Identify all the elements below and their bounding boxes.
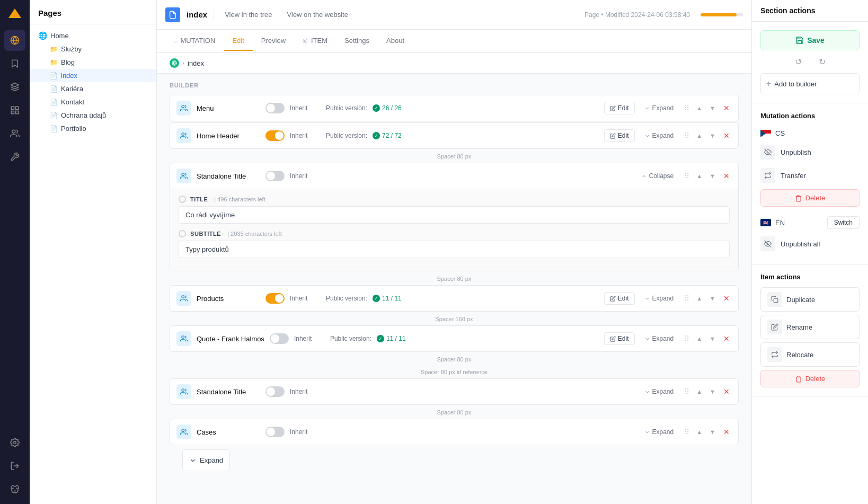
view-website-link[interactable]: View on the website	[283, 8, 352, 21]
nav-settings[interactable]	[4, 432, 25, 453]
menu-toggle[interactable]	[265, 103, 285, 113]
standalone-title-1-collapse-button[interactable]: Collapse	[636, 170, 679, 182]
products-up-button[interactable]: ▲	[695, 295, 704, 302]
tab-preview[interactable]: Preview	[253, 31, 294, 51]
duplicate-button[interactable]: Duplicate	[760, 287, 860, 312]
transfer-action[interactable]: Transfer	[760, 164, 860, 187]
redo-button[interactable]: ↻	[814, 55, 830, 69]
nav-users[interactable]	[4, 123, 25, 144]
tab-item[interactable]: ◎ ITEM	[294, 31, 336, 51]
home-header-down-button[interactable]: ▼	[708, 132, 717, 139]
home-header-toggle[interactable]	[265, 130, 285, 141]
home-header-expand-button[interactable]: Expand	[639, 130, 679, 142]
unpublish-icon	[760, 145, 775, 160]
tree-item-blog[interactable]: 📁 Blog	[30, 56, 156, 69]
standalone-title-2-down-button[interactable]: ▼	[708, 388, 717, 395]
tab-edit[interactable]: Edit	[224, 31, 252, 51]
menu-edit-button[interactable]: Edit	[604, 102, 635, 114]
standalone-title-1-expanded: TITLE | 496 characters left SUBTITLE | 2…	[170, 189, 738, 271]
standalone-title-2-expand-button[interactable]: Expand	[639, 386, 679, 397]
home-header-drag-handle[interactable]: ⠿	[683, 130, 690, 141]
tab-settings[interactable]: Settings	[336, 31, 378, 51]
tree-item-sluzby[interactable]: 📁 Služby	[30, 42, 156, 56]
en-lang-code: EN	[775, 219, 823, 227]
products-toggle[interactable]	[265, 293, 285, 304]
standalone-title-2-drag-handle[interactable]: ⠿	[683, 386, 690, 397]
products-delete-button[interactable]: ✕	[721, 293, 732, 304]
title-input[interactable]	[179, 206, 730, 224]
switch-button[interactable]: Switch	[827, 216, 860, 229]
nav-logout[interactable]	[4, 455, 25, 476]
quote-drag-handle[interactable]: ⠿	[683, 333, 690, 344]
home-header-up-button[interactable]: ▲	[695, 132, 704, 139]
standalone-title-2-delete-button[interactable]: ✕	[721, 386, 732, 397]
undo-button[interactable]: ↺	[791, 55, 806, 69]
tab-about[interactable]: About	[378, 31, 413, 51]
menu-delete-button[interactable]: ✕	[721, 103, 732, 113]
standalone-title-1-delete-button[interactable]: ✕	[721, 171, 732, 181]
standalone-title-1-up-button[interactable]: ▲	[695, 173, 704, 180]
app-logo[interactable]	[5, 4, 24, 23]
add-to-builder-button[interactable]: + Add to builder	[760, 73, 860, 94]
quote-toggle[interactable]	[270, 333, 289, 344]
nav-tools[interactable]	[4, 146, 25, 167]
tree-item-kariera-label: Kariéra	[61, 85, 148, 93]
quote-down-button[interactable]: ▼	[708, 335, 717, 342]
menu-drag-handle[interactable]: ⠿	[683, 103, 690, 113]
quote-edit-button[interactable]: Edit	[604, 332, 635, 345]
tree-item-kontakt[interactable]: 📄 Kontakt	[30, 95, 156, 109]
nav-layers[interactable]	[4, 76, 25, 98]
tree-item-ochrana[interactable]: 📄 Ochrana údajů	[30, 109, 156, 122]
section-icon-quote	[176, 331, 191, 346]
cases-up-button[interactable]: ▲	[695, 429, 704, 436]
rename-button[interactable]: Rename	[760, 315, 860, 339]
title-radio[interactable]	[179, 196, 186, 203]
cases-expand-button[interactable]: Expand	[639, 426, 679, 438]
menu-up-button[interactable]: ▲	[695, 105, 704, 112]
quote-up-button[interactable]: ▲	[695, 335, 704, 342]
subtitle-radio[interactable]	[179, 230, 186, 237]
expand-all-button[interactable]: Expand	[182, 449, 230, 471]
nav-pet[interactable]	[4, 479, 25, 500]
home-header-delete-button[interactable]: ✕	[721, 130, 732, 141]
cases-delete-button[interactable]: ✕	[721, 427, 732, 437]
cases-drag-handle[interactable]: ⠿	[683, 427, 690, 437]
cases-down-button[interactable]: ▼	[708, 429, 717, 436]
cs-delete-button[interactable]: Delete	[760, 189, 860, 207]
tree-item-portfolio[interactable]: 📄 Portfolio	[30, 122, 156, 135]
tree-item-index[interactable]: 📄 index	[30, 69, 156, 82]
cases-toggle[interactable]	[265, 427, 285, 437]
relocate-button[interactable]: Relocate	[760, 342, 860, 367]
tab-mutation[interactable]: ≡ MUTATION	[165, 31, 224, 51]
svg-point-14	[182, 296, 184, 298]
view-tree-link[interactable]: View in the tree	[220, 8, 276, 21]
nav-globe[interactable]	[4, 30, 25, 51]
standalone-title-1-toggle[interactable]	[265, 171, 285, 181]
products-down-button[interactable]: ▼	[708, 295, 717, 302]
quote-expand-button[interactable]: Expand	[639, 333, 679, 344]
menu-version: ✓ 26 / 26	[373, 104, 402, 112]
standalone-title-2-up-button[interactable]: ▲	[695, 388, 704, 395]
home-header-edit-button[interactable]: Edit	[604, 129, 635, 142]
products-drag-handle[interactable]: ⠿	[683, 293, 690, 304]
products-edit-button[interactable]: Edit	[604, 292, 635, 305]
standalone-title-1-drag-handle[interactable]: ⠿	[683, 171, 690, 181]
subtitle-input[interactable]	[179, 241, 730, 258]
products-expand-button[interactable]: Expand	[639, 293, 679, 304]
unpublish-action[interactable]: Unpublish	[760, 140, 860, 164]
tree-item-home[interactable]: 🌐 Home	[30, 29, 156, 42]
standalone-title-1-down-button[interactable]: ▼	[708, 173, 717, 180]
standalone-title-2-toggle[interactable]	[265, 386, 285, 397]
menu-expand-button[interactable]: Expand	[639, 102, 679, 114]
nav-bookmark[interactable]	[4, 53, 25, 74]
unpublish-all-action[interactable]: Unpublish all	[760, 232, 860, 255]
spacer-2: Spacer 80 px	[170, 272, 739, 285]
tree-item-kariera[interactable]: 📄 Kariéra	[30, 82, 156, 95]
menu-down-button[interactable]: ▼	[708, 105, 717, 112]
item-delete-button[interactable]: Delete	[760, 370, 860, 387]
quote-delete-button[interactable]: ✕	[721, 333, 732, 344]
nav-grid[interactable]	[4, 100, 25, 121]
save-button[interactable]: Save	[760, 30, 860, 50]
section-icon-cases	[176, 425, 191, 439]
mutation-tab-icon: ≡	[174, 38, 177, 44]
